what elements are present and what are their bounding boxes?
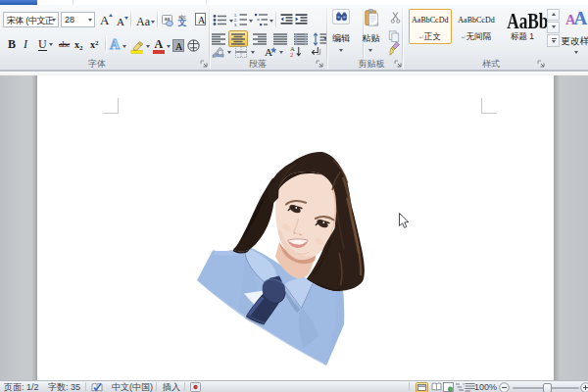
svg-text:3.: 3. xyxy=(234,24,237,26)
svg-text:A: A xyxy=(265,46,272,58)
svg-text:2: 2 xyxy=(290,52,293,59)
svg-text:1.: 1. xyxy=(234,14,237,18)
svg-text:2.: 2. xyxy=(234,19,237,23)
svg-text:A: A xyxy=(290,45,295,52)
svg-text:文: 文 xyxy=(177,18,187,26)
